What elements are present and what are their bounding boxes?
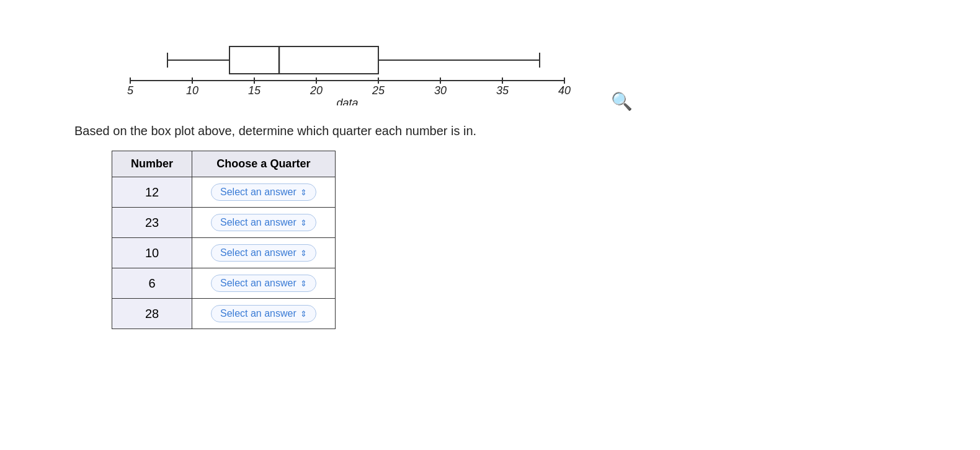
chevron-icon: ⇕ xyxy=(300,218,307,227)
col-quarter-header: Choose a Quarter xyxy=(192,151,336,177)
svg-text:30: 30 xyxy=(434,84,447,97)
svg-text:40: 40 xyxy=(558,84,571,97)
table-row: 12Select an answer⇕ xyxy=(112,177,336,208)
quarter-cell: Select an answer⇕ xyxy=(192,238,336,268)
svg-text:10: 10 xyxy=(186,84,198,97)
svg-rect-20 xyxy=(229,46,378,74)
quarter-cell: Select an answer⇕ xyxy=(192,177,336,208)
chevron-icon: ⇕ xyxy=(300,249,307,258)
table-row: 28Select an answer⇕ xyxy=(112,299,336,329)
quarter-cell: Select an answer⇕ xyxy=(192,208,336,238)
table-row: 10Select an answer⇕ xyxy=(112,238,336,268)
svg-text:20: 20 xyxy=(310,84,323,97)
chevron-icon: ⇕ xyxy=(300,188,307,197)
table-row: 23Select an answer⇕ xyxy=(112,208,336,238)
number-cell: 6 xyxy=(112,268,192,299)
quarter-cell: Select an answer⇕ xyxy=(192,299,336,329)
number-cell: 23 xyxy=(112,208,192,238)
select-answer-label: Select an answer xyxy=(220,187,296,198)
svg-text:data: data xyxy=(336,97,358,105)
quarter-cell: Select an answer⇕ xyxy=(192,268,336,299)
select-answer-button[interactable]: Select an answer⇕ xyxy=(211,244,316,262)
svg-text:5: 5 xyxy=(127,84,134,97)
select-answer-label: Select an answer xyxy=(220,308,296,319)
select-answer-label: Select an answer xyxy=(220,247,296,258)
table-row: 6Select an answer⇕ xyxy=(112,268,336,299)
number-cell: 12 xyxy=(112,177,192,208)
number-cell: 10 xyxy=(112,238,192,268)
select-answer-label: Select an answer xyxy=(220,217,296,228)
select-answer-button[interactable]: Select an answer⇕ xyxy=(211,275,316,292)
select-answer-button[interactable]: Select an answer⇕ xyxy=(211,305,316,322)
col-number-header: Number xyxy=(112,151,192,177)
answer-table: Number Choose a Quarter 12Select an answ… xyxy=(112,151,336,329)
box-plot-svg: 5 10 15 20 25 30 35 40 data xyxy=(112,25,583,105)
number-cell: 28 xyxy=(112,299,192,329)
search-icon: 🔍 xyxy=(611,91,633,112)
svg-text:25: 25 xyxy=(372,84,385,97)
select-answer-button[interactable]: Select an answer⇕ xyxy=(211,214,316,231)
svg-text:35: 35 xyxy=(496,84,509,97)
chevron-icon: ⇕ xyxy=(300,309,307,319)
svg-text:15: 15 xyxy=(248,84,261,97)
select-answer-button[interactable]: Select an answer⇕ xyxy=(211,183,316,201)
chevron-icon: ⇕ xyxy=(300,279,307,288)
box-plot-container: 5 10 15 20 25 30 35 40 data xyxy=(112,25,595,105)
question-text: Based on the box plot above, determine w… xyxy=(74,124,906,138)
select-answer-label: Select an answer xyxy=(220,278,296,289)
